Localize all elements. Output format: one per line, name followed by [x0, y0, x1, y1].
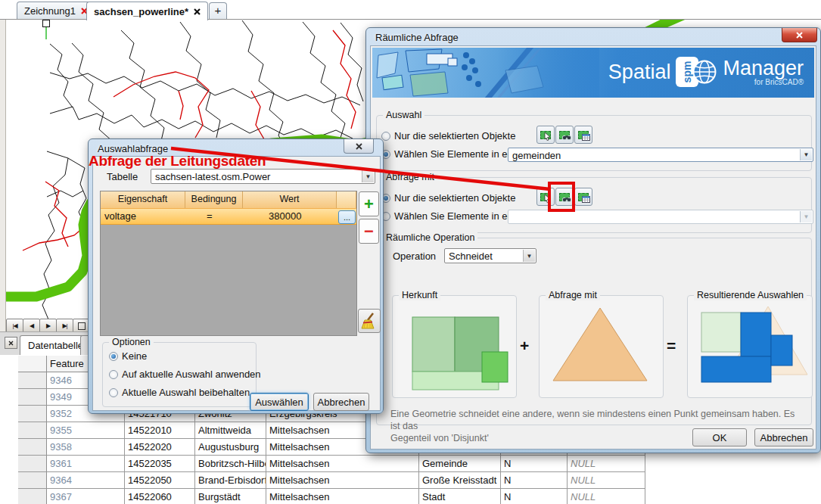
preview-label: Herkunft [399, 290, 440, 300]
cell[interactable]: N [501, 472, 568, 489]
pick-selection-button[interactable] [536, 126, 555, 144]
close-dialog-button[interactable] [782, 28, 817, 42]
view-selection-button[interactable] [555, 188, 574, 206]
cell[interactable]: Große Kreisstadt [419, 472, 501, 489]
chevron-down-icon: ▼ [800, 149, 812, 160]
view-selection-button[interactable] [555, 126, 574, 144]
column-header[interactable]: Eigenschaft [101, 191, 185, 208]
row-gutter[interactable] [18, 372, 47, 389]
optionen-group: Optionen Keine Auf aktuelle Auswahl anwe… [102, 342, 257, 407]
row-gutter[interactable] [18, 422, 47, 439]
radio-label[interactable]: Keine [122, 350, 147, 362]
cursor-select-icon [540, 131, 551, 139]
table-select[interactable]: sachsen-latest.osm.Power ▼ [151, 169, 375, 184]
tab-label: Datentabelle [28, 340, 83, 351]
operation-select[interactable]: Schneidet ▼ [444, 248, 536, 263]
select-button[interactable]: Auswählen [250, 393, 309, 411]
clear-filters-button[interactable] [358, 309, 381, 333]
close-icon [796, 32, 803, 39]
edit-value-button[interactable]: ... [338, 210, 356, 224]
annotation-text: Abfrage der Leitungsdaten [89, 153, 266, 170]
brand-manager: Manager [723, 58, 804, 78]
cell-feature[interactable]: 9367 [47, 489, 125, 504]
cell[interactable]: NULL [568, 472, 645, 489]
tab-zeichnung1[interactable]: Zeichnung1 [17, 2, 95, 19]
source-preview-art [393, 296, 515, 396]
next-icon: ▶ [46, 322, 50, 329]
cell[interactable]: Altmittweida [195, 422, 266, 439]
cell[interactable]: Mittelsachsen [266, 489, 419, 504]
column-header[interactable]: Bedingung [185, 191, 243, 208]
cell[interactable]: Bobritzsch-Hilber... [195, 456, 266, 472]
row-gutter[interactable] [18, 456, 47, 472]
cancel-button[interactable]: Abbrechen [754, 428, 813, 446]
group-label: Räumliche Operation [383, 232, 477, 243]
cell[interactable]: 14522050 [125, 472, 195, 489]
cell[interactable]: NULL [568, 456, 645, 472]
filter-row[interactable]: voltage = 380000 ... [101, 208, 356, 225]
row-gutter[interactable] [18, 472, 47, 489]
selection-query-dialog[interactable]: Auswahlabfrage Tabelle sachsen-latest.os… [88, 138, 384, 414]
chevron-down-icon: ▼ [800, 211, 812, 222]
tab-sachsen-powerline[interactable]: sachsen_powerline* [86, 2, 208, 20]
table-selection-button[interactable] [574, 188, 592, 206]
cell[interactable]: 14522020 [125, 439, 195, 456]
new-tab-button[interactable]: + [209, 2, 227, 19]
radio-label[interactable]: Auf aktuelle Auswahl anwenden [122, 369, 261, 380]
filter-eigenschaft[interactable]: voltage [104, 209, 136, 224]
result-preview: Resultierende Auswahlen [687, 295, 813, 398]
radio-selected-objects[interactable] [381, 132, 390, 141]
cell-feature[interactable]: 9361 [47, 456, 125, 472]
cell[interactable]: Augustusburg [195, 439, 266, 456]
row-gutter[interactable] [18, 389, 47, 406]
cell-feature[interactable]: 9364 [47, 472, 125, 489]
query-preview: Abfrage mit [539, 295, 664, 398]
close-dialog-button[interactable] [344, 139, 374, 154]
result-preview-art [688, 296, 810, 396]
cell[interactable]: 14522010 [125, 422, 195, 439]
column-header[interactable]: Wert [243, 191, 337, 208]
cell[interactable]: Burgstädt [195, 489, 266, 504]
cell-feature[interactable]: 9358 [47, 439, 125, 456]
cell[interactable]: N [501, 456, 568, 472]
cell[interactable]: Stadt [419, 489, 501, 504]
close-panel-button[interactable] [5, 337, 17, 349]
radio-label[interactable]: Nur die selektierten Objekte [394, 130, 515, 142]
row-gutter[interactable] [18, 439, 47, 456]
radio-label[interactable]: Nur die selektierten Objekte [394, 192, 515, 204]
close-icon [8, 341, 14, 346]
add-filter-button[interactable]: + [359, 191, 379, 216]
pick-selection-button[interactable] [536, 188, 555, 206]
close-tab-icon[interactable] [194, 8, 201, 15]
ok-button[interactable]: OK [692, 428, 747, 446]
combo-value: Schneidet [449, 250, 493, 262]
remove-filter-button[interactable]: − [359, 219, 379, 244]
filter-wert[interactable]: 380000 [269, 209, 301, 224]
chevron-down-icon: ▼ [523, 250, 535, 262]
row-gutter[interactable] [18, 489, 47, 504]
operation-label: Operation [393, 250, 436, 262]
radio-keine[interactable] [109, 352, 118, 361]
cell[interactable]: 14522060 [125, 489, 195, 504]
layer-select-disabled[interactable]: ▼ [508, 210, 813, 224]
radio-apply-current[interactable] [109, 370, 118, 379]
cell[interactable]: NULL [568, 489, 645, 504]
cell[interactable]: Mittelsachsen [266, 456, 419, 472]
table-selection-button[interactable] [574, 126, 592, 144]
filter-bedingung[interactable]: = [207, 209, 213, 224]
cell[interactable]: Gemeinde [419, 456, 501, 472]
radio-keep-current[interactable] [109, 388, 118, 397]
combo-value: sachsen-latest.osm.Power [155, 171, 270, 182]
layer-select[interactable]: gemeinden ▼ [508, 148, 813, 162]
row-gutter[interactable] [18, 406, 47, 422]
cell[interactable]: Mittelsachsen [266, 472, 419, 489]
radio-label[interactable]: Aktuelle Auswahl beibehalten [122, 387, 250, 398]
spatial-query-dialog[interactable]: Räumliche Abfrage [365, 27, 821, 453]
cell-feature[interactable]: 9355 [47, 422, 125, 439]
cell[interactable]: N [501, 489, 568, 504]
tabelle-label: Tabelle [107, 171, 138, 182]
cell[interactable]: Brand-Erbisdorf [195, 472, 266, 489]
column-header-extra[interactable] [337, 191, 356, 208]
cell[interactable]: 14522035 [125, 456, 195, 472]
cancel-button[interactable]: Abbrechen [313, 393, 369, 411]
